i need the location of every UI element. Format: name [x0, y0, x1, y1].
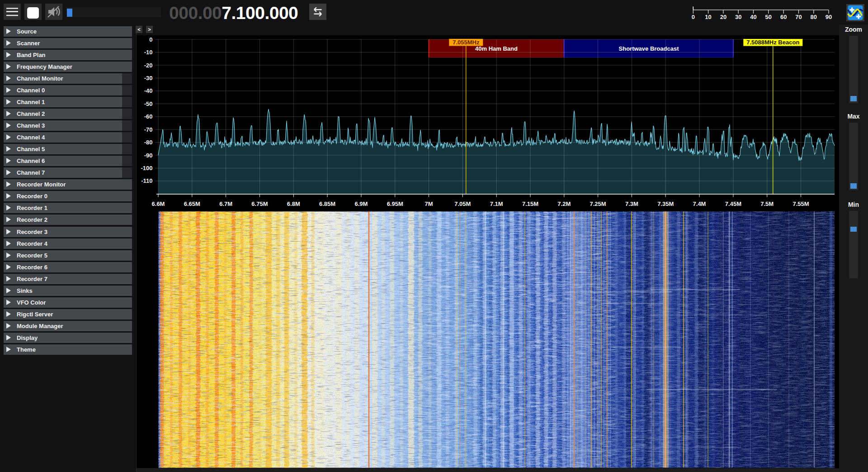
svg-text:Shortwave Broadcast: Shortwave Broadcast	[619, 45, 679, 52]
svg-text:-100: -100	[141, 165, 152, 172]
svg-text:7.15M: 7.15M	[522, 200, 538, 207]
svg-text:6.65M: 6.65M	[184, 200, 200, 207]
svg-text:7M: 7M	[425, 200, 433, 207]
svg-text:6.9M: 6.9M	[354, 200, 368, 207]
svg-text:0: 0	[692, 14, 695, 20]
svg-text:6.75M: 6.75M	[251, 200, 268, 207]
svg-text:6.6M: 6.6M	[152, 200, 165, 207]
svg-text:-90: -90	[144, 152, 153, 159]
svg-text:6.7M: 6.7M	[219, 200, 232, 207]
svg-text:30: 30	[735, 14, 741, 20]
svg-text:7.45M: 7.45M	[725, 200, 741, 207]
svg-text:-30: -30	[144, 75, 153, 81]
svg-text:-70: -70	[144, 126, 153, 133]
svg-text:7.55M: 7.55M	[793, 200, 809, 207]
svg-text:-50: -50	[144, 100, 153, 107]
svg-text:6.8M: 6.8M	[287, 200, 300, 207]
svg-text:7.35M: 7.35M	[657, 200, 674, 207]
svg-text:0: 0	[149, 36, 152, 43]
svg-text:70: 70	[795, 14, 802, 20]
svg-text:-10: -10	[144, 49, 153, 56]
svg-text:40m Ham Band: 40m Ham Band	[475, 45, 518, 52]
svg-text:-60: -60	[144, 113, 153, 120]
svg-text:60: 60	[780, 14, 787, 20]
svg-text:7.5M: 7.5M	[760, 200, 774, 207]
svg-text:-80: -80	[144, 139, 153, 146]
svg-text:-110: -110	[141, 177, 152, 184]
svg-text:7.25M: 7.25M	[590, 200, 606, 207]
svg-text:90: 90	[826, 14, 832, 20]
svg-text:-40: -40	[144, 87, 153, 94]
svg-text:50: 50	[765, 14, 772, 20]
svg-text:7.2M: 7.2M	[557, 200, 571, 207]
svg-text:7.4M: 7.4M	[693, 200, 706, 207]
svg-text:7.3M: 7.3M	[625, 200, 638, 207]
svg-text:80: 80	[811, 14, 817, 20]
svg-text:40: 40	[750, 14, 756, 20]
svg-text:7.05M: 7.05M	[454, 200, 471, 207]
svg-text:6.95M: 6.95M	[387, 200, 403, 207]
svg-text:7.5088MHz Beacon: 7.5088MHz Beacon	[746, 39, 799, 46]
svg-text:-20: -20	[144, 62, 153, 69]
svg-text:7.055MHz: 7.055MHz	[453, 39, 480, 46]
svg-text:7.1M: 7.1M	[490, 200, 503, 207]
svg-text:20: 20	[720, 14, 726, 20]
svg-text:10: 10	[705, 14, 711, 20]
svg-text:6.85M: 6.85M	[319, 200, 335, 207]
